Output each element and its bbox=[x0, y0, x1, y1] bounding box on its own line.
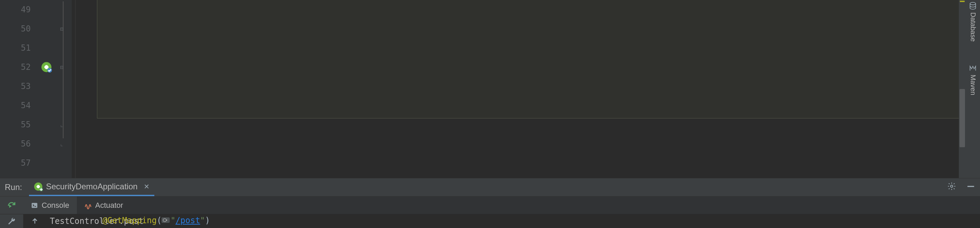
warning-mark-icon[interactable] bbox=[960, 1, 965, 2]
line-number: 56 bbox=[0, 134, 31, 153]
fold-column: ⊟ ⊟ ⌞ ⌞ bbox=[58, 0, 72, 178]
svg-point-3 bbox=[970, 2, 976, 5]
line-number: 49 bbox=[0, 0, 31, 19]
run-label: Run: bbox=[5, 183, 22, 192]
http-method-icon[interactable] bbox=[162, 217, 170, 223]
fold-end-icon[interactable]: ⌞ bbox=[60, 115, 64, 134]
line-number: 50 bbox=[0, 19, 31, 39]
right-toolbar: Database Maven bbox=[966, 0, 980, 178]
svg-point-2 bbox=[163, 218, 166, 222]
svg-rect-7 bbox=[967, 186, 974, 187]
run-config-tab[interactable]: SecurityDemoApplication ✕ bbox=[29, 178, 154, 196]
line-number: 57 bbox=[0, 153, 31, 173]
line-number: 52 bbox=[0, 58, 31, 77]
database-icon bbox=[969, 2, 977, 10]
settings-icon[interactable] bbox=[947, 182, 956, 193]
svg-rect-8 bbox=[32, 203, 38, 208]
spring-bean-icon[interactable] bbox=[41, 62, 52, 72]
editor-scrollbar[interactable] bbox=[959, 0, 966, 178]
fold-marker-icon[interactable]: ⊟ bbox=[60, 19, 64, 39]
fold-end-icon[interactable]: ⌞ bbox=[60, 134, 64, 153]
console-icon bbox=[31, 202, 38, 209]
line-number: 53 bbox=[0, 77, 31, 96]
fold-marker-icon[interactable]: ⊟ bbox=[60, 58, 64, 77]
code-line: @GetMapping("/post") bbox=[75, 211, 959, 228]
minimize-icon[interactable] bbox=[966, 182, 975, 193]
run-tool-window-header: Run: SecurityDemoApplication ✕ bbox=[0, 178, 980, 196]
tool-window-database[interactable]: Database bbox=[969, 0, 977, 42]
wrench-button[interactable] bbox=[0, 214, 23, 228]
maven-icon bbox=[969, 64, 977, 72]
close-tab-icon[interactable]: ✕ bbox=[144, 183, 150, 191]
scroll-thumb[interactable] bbox=[959, 89, 965, 147]
svg-point-6 bbox=[951, 185, 953, 188]
code-editor[interactable]: @GetMapping("/post") @PostAuthorize(valu… bbox=[72, 0, 959, 178]
selection-outline bbox=[97, 0, 962, 119]
spring-boot-icon bbox=[34, 182, 43, 191]
rerun-button[interactable] bbox=[0, 196, 23, 214]
tab-console[interactable]: Console bbox=[23, 196, 77, 214]
gutter-icons bbox=[38, 0, 58, 178]
tool-window-maven[interactable]: Maven bbox=[969, 62, 977, 95]
line-number-gutter: 49 50 51 52 53 54 55 56 57 bbox=[0, 0, 38, 178]
line-number: 51 bbox=[0, 39, 31, 58]
line-number: 55 bbox=[0, 115, 31, 134]
run-config-name: SecurityDemoApplication bbox=[46, 182, 138, 191]
line-number: 54 bbox=[0, 96, 31, 115]
scroll-to-top-button[interactable] bbox=[23, 214, 46, 228]
